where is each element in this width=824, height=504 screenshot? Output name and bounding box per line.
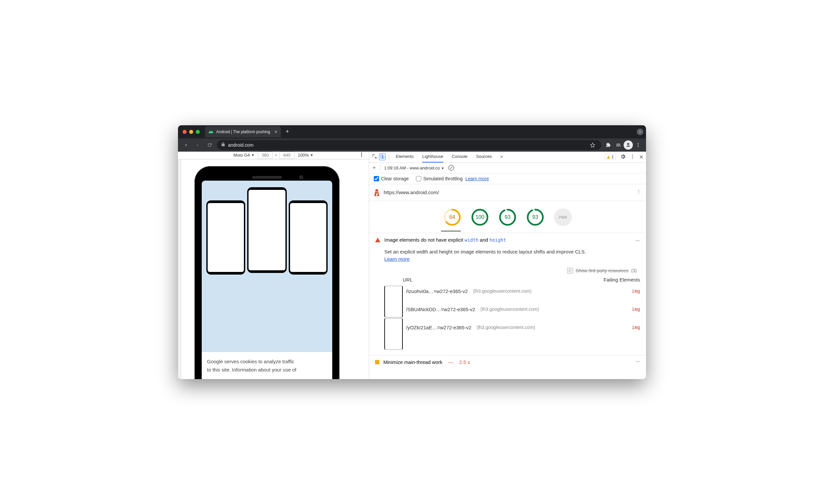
lighthouse-url-row: https://www.android.com/ bbox=[369, 184, 646, 201]
hero-phone-center bbox=[247, 187, 287, 273]
audit-main-thread: Minimize main-thread work — 2.5 s ﹀ bbox=[369, 355, 646, 369]
simulated-throttling-checkbox[interactable]: Simulated throttling bbox=[416, 176, 463, 181]
score-performance[interactable]: 64 bbox=[443, 208, 461, 226]
device-height-input[interactable] bbox=[280, 152, 295, 159]
profile-avatar-icon[interactable] bbox=[624, 140, 633, 149]
clear-storage-checkbox[interactable]: Clear storage bbox=[374, 176, 409, 181]
table-row[interactable]: /yOZkI21aE…=w272-e365-v2 (lh3.googleuser… bbox=[406, 322, 640, 333]
devtools-panel: Elements Lighthouse Console Sources » 1 bbox=[369, 152, 646, 379]
audit-header[interactable]: Minimize main-thread work — 2.5 s ﹀ bbox=[369, 355, 646, 369]
device-frame: Google serves cookies to analyze traffic… bbox=[195, 166, 339, 379]
score-value: 93 bbox=[499, 208, 516, 226]
chrome-menu-icon[interactable] bbox=[633, 140, 643, 149]
tab-strip: Android | The platform pushing ✕ + bbox=[178, 125, 646, 138]
tab-console[interactable]: Console bbox=[452, 151, 468, 163]
device-width-input[interactable] bbox=[258, 152, 273, 159]
score-pwa[interactable]: PWA bbox=[554, 208, 572, 226]
score-value: 93 bbox=[526, 208, 544, 226]
score-accessibility[interactable]: 100 bbox=[471, 208, 489, 226]
tab-search-icon[interactable] bbox=[637, 128, 643, 135]
third-party-filter: ✓ Show 3rd-party resources (3) bbox=[369, 268, 646, 277]
tab-elements[interactable]: Elements bbox=[396, 151, 414, 163]
fail-element: img bbox=[632, 288, 640, 294]
lighthouse-options: Clear storage Simulated throttling Learn… bbox=[369, 173, 646, 184]
url-host: (lh3.googleusercontent.com) bbox=[481, 307, 539, 312]
close-window-icon[interactable] bbox=[183, 130, 187, 134]
table-row[interactable]: /Izuohvi0a…=w272-e365-v2 (lh3.googleuser… bbox=[406, 286, 640, 297]
audit-title: Image elements do not have explicit widt… bbox=[384, 237, 506, 242]
url-path: /yOZkI21aE…=w272-e365-v2 bbox=[406, 325, 471, 330]
thumbnail-icon bbox=[384, 286, 403, 317]
back-icon[interactable] bbox=[181, 140, 191, 149]
third-party-count: (3) bbox=[631, 268, 637, 273]
devtools-settings-icon[interactable] bbox=[620, 154, 626, 161]
chevron-down-icon: ▼ bbox=[441, 167, 444, 170]
audit-header[interactable]: Image elements do not have explicit widt… bbox=[369, 233, 646, 247]
emulated-viewport[interactable]: Google serves cookies to analyze traffic… bbox=[181, 160, 369, 379]
devtools-tabs: Elements Lighthouse Console Sources » bbox=[396, 151, 503, 163]
tab-sources[interactable]: Sources bbox=[476, 151, 492, 163]
url-path: /Izuohvi0a…=w272-e365-v2 bbox=[406, 288, 468, 294]
new-tab-button[interactable]: + bbox=[283, 127, 292, 136]
reading-list-icon[interactable] bbox=[614, 140, 623, 149]
table-row[interactable]: /SBU4NckDD…=w272-e365-v2 (lh3.googleuser… bbox=[406, 304, 640, 315]
audit-image-dimensions: Image elements do not have explicit widt… bbox=[369, 233, 646, 355]
warnings-badge[interactable]: 1 bbox=[605, 154, 616, 160]
device-camera-icon bbox=[299, 175, 303, 179]
device-speaker-icon bbox=[252, 176, 282, 179]
tab-lighthouse[interactable]: Lighthouse bbox=[422, 151, 443, 163]
thumbnail-icon bbox=[384, 318, 403, 350]
forward-icon[interactable] bbox=[193, 140, 202, 149]
options-learn-more-link[interactable]: Learn more bbox=[466, 176, 489, 181]
score-seo[interactable]: 93 bbox=[526, 208, 544, 226]
workspace: Moto G4 ▼ × 100% ▼ bbox=[178, 152, 646, 379]
third-party-checkbox[interactable]: ✓ bbox=[567, 268, 573, 274]
browser-window: Android | The platform pushing ✕ + andro… bbox=[178, 125, 646, 379]
window-controls bbox=[181, 130, 200, 134]
sim-throttle-label: Simulated throttling bbox=[423, 176, 463, 181]
lighthouse-toolbar: + 1:09:16 AM - www.android.co ▼ bbox=[369, 163, 646, 173]
chrome-top: Android | The platform pushing ✕ + andro… bbox=[178, 125, 646, 152]
star-icon[interactable] bbox=[588, 140, 597, 149]
devtools-menu-icon[interactable] bbox=[630, 154, 635, 160]
inspect-element-icon[interactable] bbox=[372, 154, 378, 161]
dimension-times: × bbox=[275, 153, 278, 158]
score-active-underline bbox=[441, 231, 461, 231]
audit-description: Set an explicit width and height on imag… bbox=[369, 247, 646, 268]
devtools-close-icon[interactable]: ✕ bbox=[639, 154, 643, 160]
zoom-select[interactable]: 100% ▼ bbox=[298, 153, 313, 158]
score-best-practices[interactable]: 93 bbox=[499, 208, 516, 226]
android-favicon bbox=[208, 129, 214, 134]
svg-point-10 bbox=[632, 158, 633, 159]
fail-element: img bbox=[632, 307, 640, 312]
svg-point-8 bbox=[632, 155, 633, 156]
url-text: android.com bbox=[228, 142, 253, 148]
reload-icon[interactable] bbox=[205, 140, 214, 149]
tab-close-icon[interactable]: ✕ bbox=[274, 129, 278, 134]
device-emulation-pane: Moto G4 ▼ × 100% ▼ bbox=[178, 152, 369, 379]
device-select[interactable]: Moto G4 ▼ bbox=[233, 153, 254, 158]
audit-title: Minimize main-thread work bbox=[383, 359, 442, 365]
clear-all-icon[interactable] bbox=[448, 165, 454, 171]
tab-more[interactable]: » bbox=[500, 151, 503, 163]
hero-phone-right bbox=[289, 200, 328, 275]
hero-phone-left bbox=[206, 200, 245, 275]
minimize-window-icon[interactable] bbox=[189, 130, 193, 134]
lighthouse-new-report-icon[interactable]: + bbox=[373, 165, 376, 172]
svg-point-11 bbox=[638, 190, 639, 191]
lighthouse-icon bbox=[374, 189, 380, 196]
lighthouse-scores: 64 100 93 93 PWA bbox=[369, 201, 646, 231]
table-header: URL Failing Elements bbox=[384, 277, 640, 283]
url-input[interactable]: android.com bbox=[217, 140, 601, 150]
warning-square-icon bbox=[375, 360, 379, 364]
report-menu-icon[interactable] bbox=[636, 189, 641, 195]
maximize-window-icon[interactable] bbox=[196, 130, 200, 134]
tab-title: Android | The platform pushing bbox=[216, 129, 270, 134]
lighthouse-run-select[interactable]: 1:09:16 AM - www.android.co ▼ bbox=[384, 166, 445, 171]
col-url: URL bbox=[403, 277, 587, 283]
audit-learn-more-link[interactable]: Learn more bbox=[384, 256, 410, 262]
device-toolbar-menu-icon[interactable] bbox=[359, 152, 364, 158]
toggle-device-mode-icon[interactable] bbox=[379, 154, 386, 160]
browser-tab[interactable]: Android | The platform pushing ✕ bbox=[205, 126, 281, 137]
extensions-icon[interactable] bbox=[604, 140, 613, 149]
